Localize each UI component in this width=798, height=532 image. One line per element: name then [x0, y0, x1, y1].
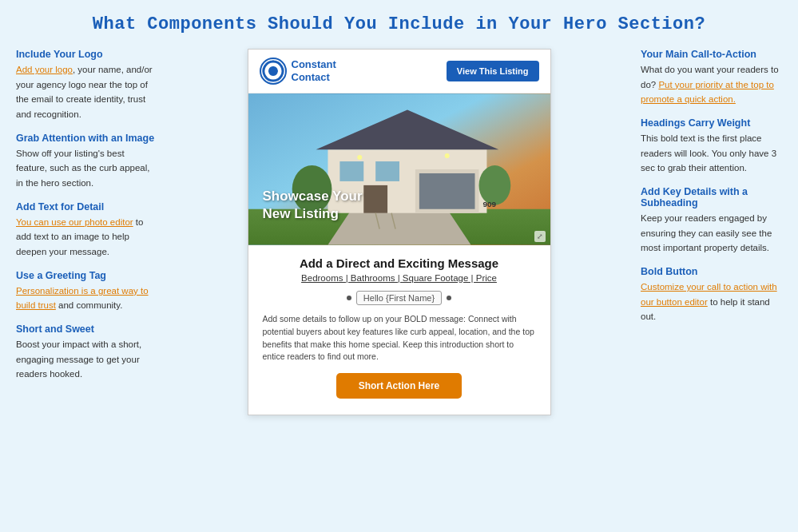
- left-logo-body: Add your logo, your name, and/or your ag…: [16, 65, 153, 119]
- center-column: Constant Contact View This Listing: [164, 49, 634, 415]
- right-section-headings: Headings Carry Weight This bold text is …: [641, 117, 782, 175]
- page-title: What Components Should You Include in Yo…: [16, 14, 782, 34]
- constant-contact-logo-icon: [260, 58, 287, 85]
- left-logo-title: Include Your Logo: [16, 49, 157, 60]
- right-section-button: Bold Button Customize your call to actio…: [641, 266, 782, 324]
- svg-point-18: [444, 153, 449, 158]
- logo-text: Constant Contact: [292, 58, 336, 83]
- left-photo-body: You can use our photo editor to add text…: [16, 217, 143, 256]
- cta-button-row: Short Action Here: [263, 373, 536, 399]
- right-headings-body: This bold text is the first place reader…: [641, 133, 776, 173]
- right-button-body: Customize your call to action with our b…: [641, 282, 777, 321]
- right-section-cta: Your Main Call-to-Action What do you wan…: [641, 49, 782, 106]
- view-listing-button[interactable]: View This Listing: [447, 61, 539, 81]
- right-cta-body: What do you want your readers to do? Put…: [641, 65, 779, 104]
- email-preview: Constant Contact View This Listing: [248, 49, 551, 415]
- priority-link[interactable]: Put your priority at the top to promote …: [641, 80, 774, 105]
- left-image-body: Show off your listing's best feature, su…: [16, 149, 150, 188]
- left-photo-title: Add Text for Detail: [16, 201, 157, 212]
- greeting-dot-right: [447, 296, 451, 300]
- greeting-tag-box: Hello {First Name}: [356, 291, 442, 305]
- hero-overlay-text: Showcase YourNew Listing: [263, 188, 363, 223]
- svg-rect-9: [339, 161, 363, 181]
- right-section-subheading: Add Key Details with a Subheading Keep y…: [641, 186, 782, 255]
- expand-icon[interactable]: ⤢: [534, 231, 546, 242]
- svg-point-17: [357, 155, 362, 160]
- left-section-greeting: Use a Greeting Tag Personalization is a …: [16, 270, 157, 312]
- left-section-logo: Include Your Logo Add your logo, your na…: [16, 49, 157, 121]
- email-subheading: Bedrooms | Bathrooms | Square Footage | …: [263, 273, 536, 283]
- content-wrapper: Include Your Logo Add your logo, your na…: [16, 49, 782, 415]
- left-greeting-body: Personalization is a great way to build …: [16, 286, 149, 311]
- right-column: Your Main Call-to-Action What do you wan…: [634, 49, 782, 335]
- left-section-photo-text: Add Text for Detail You can use our phot…: [16, 201, 157, 259]
- right-subheading-title: Add Key Details with a Subheading: [641, 186, 782, 208]
- right-cta-title: Your Main Call-to-Action: [641, 49, 782, 60]
- right-button-title: Bold Button: [641, 266, 782, 277]
- svg-rect-11: [363, 185, 387, 213]
- left-short-body: Boost your impact with a short, engaging…: [16, 339, 141, 379]
- right-subheading-body: Keep your readers engaged by ensuring th…: [641, 213, 772, 252]
- logo-area: Constant Contact: [260, 58, 336, 85]
- greeting-dot-left: [347, 296, 351, 300]
- svg-rect-10: [375, 161, 399, 181]
- left-short-title: Short and Sweet: [16, 324, 157, 335]
- email-body-text: Add some details to follow up on your BO…: [263, 313, 536, 363]
- left-image-title: Grab Attention with an Image: [16, 133, 157, 144]
- cta-button[interactable]: Short Action Here: [336, 373, 463, 399]
- left-greeting-title: Use a Greeting Tag: [16, 270, 157, 281]
- right-headings-title: Headings Carry Weight: [641, 117, 782, 129]
- email-body: Add a Direct and Exciting Message Bedroo…: [248, 245, 550, 415]
- svg-rect-8: [419, 173, 474, 209]
- left-column: Include Your Logo Add your logo, your na…: [16, 49, 164, 392]
- left-section-image: Grab Attention with an Image Show off yo…: [16, 133, 157, 190]
- photo-editor-link[interactable]: You can use our photo editor: [16, 217, 133, 227]
- svg-text:909: 909: [482, 200, 496, 208]
- add-logo-link[interactable]: Add your logo: [16, 65, 73, 74]
- email-main-heading: Add a Direct and Exciting Message: [263, 256, 536, 270]
- left-section-short: Short and Sweet Boost your impact with a…: [16, 324, 157, 381]
- greeting-tag-row: Hello {First Name}: [263, 291, 536, 305]
- email-header: Constant Contact View This Listing: [248, 50, 550, 93]
- hero-image: 909 Showcase YourNew Listing ⤢: [248, 93, 550, 245]
